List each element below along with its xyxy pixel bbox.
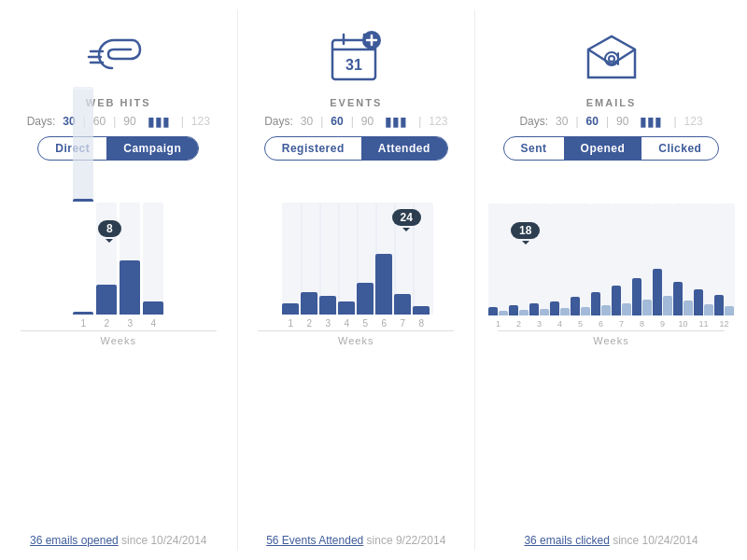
events-icon: 31 — [323, 19, 388, 93]
events-toggle-group: Registered Attended — [264, 136, 448, 161]
web-hits-footer: 36 emails opened since 10/24/2014 — [30, 534, 206, 551]
web-hits-toggle-group: Direct Campaign — [37, 136, 199, 161]
events-chart: 24 1 2 3 4 5 6 7 8 Weeks — [247, 170, 466, 530]
panel-web-hits: WEB HITS Days: 30 | 60 | 90 ▮▮▮ | 123 Di… — [0, 9, 238, 551]
toggle-campaign[interactable]: Campaign — [106, 137, 198, 160]
em-bar-5: 5 — [571, 203, 590, 329]
ev-bar-8: 8 — [413, 203, 430, 329]
events-bars: 24 1 2 3 4 5 6 7 8 — [247, 170, 466, 329]
events-days: Days: 30 | 60 | 90 ▮▮▮ | 123 — [247, 114, 466, 129]
days-30-ev[interactable]: 30 — [297, 115, 317, 128]
bar-col-1: 1 — [73, 87, 93, 329]
em-bar-8: 8 — [632, 203, 652, 329]
ev-bar-4: 4 — [338, 203, 355, 329]
chart-icon-ev[interactable]: ▮▮▮ — [381, 114, 411, 129]
em-bar-9: 9 — [653, 203, 672, 329]
events-footer: 56 Events Attended since 9/22/2014 — [266, 534, 445, 551]
emails-days: Days: 30 | 60 | 90 ▮▮▮ | 123 — [485, 114, 738, 129]
events-count: 123 — [425, 115, 451, 128]
em-bar-3: 3 — [529, 203, 549, 329]
days-60-em[interactable]: 60 — [583, 115, 602, 128]
days-30-em[interactable]: 30 — [552, 115, 571, 128]
bar-label: 4 — [150, 318, 156, 329]
panel-emails: EMAILS Days: 30 | 60 | 90 ▮▮▮ | 123 Sent… — [475, 9, 747, 551]
ev-bar-5: 5 — [357, 203, 374, 329]
ev-bar-3: 3 — [319, 203, 336, 329]
x-axis-em — [498, 330, 726, 331]
emails-bars: 18 1 2 3 4 5 6 7 8 9 10 11 12 — [485, 170, 738, 329]
days-90-em[interactable]: 90 — [613, 115, 632, 128]
emails-count: 123 — [681, 115, 707, 128]
emails-chart: 18 1 2 3 4 5 6 7 8 9 10 11 12 Weeks — [485, 170, 738, 530]
chart-icon-em[interactable]: ▮▮▮ — [636, 114, 666, 129]
toggle-attended[interactable]: Attended — [361, 137, 447, 160]
days-90-web[interactable]: 90 — [120, 115, 139, 128]
web-hits-footer-link[interactable]: 36 emails opened — [30, 534, 119, 547]
svg-point-12 — [609, 56, 614, 62]
bar-label: 2 — [104, 318, 109, 329]
days-label-em: Days: — [515, 115, 552, 128]
emails-title: EMAILS — [586, 97, 637, 108]
events-footer-link[interactable]: 56 Events Attended — [266, 534, 363, 547]
em-bar-10: 10 — [673, 203, 693, 329]
ev-bar-2: 2 — [301, 203, 317, 329]
em-bar-1: 1 — [488, 203, 508, 329]
web-hits-bars: 8 1 — [9, 170, 228, 329]
x-axis-label-ev: Weeks — [338, 335, 374, 346]
emails-footer: 36 emails clicked since 10/24/2014 — [524, 534, 698, 551]
toggle-clicked[interactable]: Clicked — [641, 137, 718, 160]
days-60-ev[interactable]: 60 — [327, 115, 346, 128]
x-axis-label-em: Weeks — [593, 335, 628, 346]
toggle-sent[interactable]: Sent — [504, 137, 564, 160]
ev-bar-6: 6 — [375, 203, 392, 329]
web-hits-days: Days: 30 | 60 | 90 ▮▮▮ | 123 — [9, 114, 228, 129]
x-axis-ev — [258, 330, 454, 331]
bar-col-4: 4 — [143, 203, 163, 329]
main-container: WEB HITS Days: 30 | 60 | 90 ▮▮▮ | 123 Di… — [0, 0, 747, 560]
web-hits-icon — [86, 19, 151, 93]
emails-icon — [579, 19, 644, 93]
x-axis-web — [21, 330, 217, 331]
days-label: Days: — [23, 115, 60, 128]
em-bar-6: 6 — [591, 203, 611, 329]
panels-row: WEB HITS Days: 30 | 60 | 90 ▮▮▮ | 123 Di… — [0, 9, 747, 551]
em-bar-12: 12 — [714, 203, 734, 329]
toggle-opened[interactable]: Opened — [564, 137, 642, 160]
bar-col-2: 2 — [96, 203, 117, 329]
em-bar-11: 11 — [694, 203, 713, 329]
x-axis-label-web: Weeks — [101, 335, 136, 346]
emails-footer-link[interactable]: 36 emails clicked — [524, 534, 609, 547]
panel-events: 31 EVENTS Days: 30 | 60 | 90 ▮▮▮ | 123 — [238, 9, 476, 551]
toggle-registered[interactable]: Registered — [265, 137, 361, 160]
days-label-ev: Days: — [261, 115, 297, 128]
em-bar-2: 2 — [509, 203, 529, 329]
days-90-ev[interactable]: 90 — [358, 115, 377, 128]
ev-bar-7: 7 — [394, 203, 411, 329]
events-title: EVENTS — [330, 97, 382, 108]
em-bar-7: 7 — [612, 203, 631, 329]
ev-bar-1: 1 — [282, 203, 299, 329]
web-hits-count: 123 — [188, 115, 214, 128]
web-hits-title: WEB HITS — [86, 97, 151, 108]
svg-text:31: 31 — [345, 57, 362, 73]
bar-label: 3 — [127, 318, 133, 329]
bar-col-3: 3 — [120, 203, 140, 329]
em-bar-4: 4 — [550, 203, 570, 329]
emails-toggle-group: Sent Opened Clicked — [503, 136, 720, 161]
web-hits-chart: 8 1 — [9, 170, 228, 530]
chart-icon-web[interactable]: ▮▮▮ — [144, 114, 174, 129]
bar-label: 1 — [80, 318, 86, 329]
